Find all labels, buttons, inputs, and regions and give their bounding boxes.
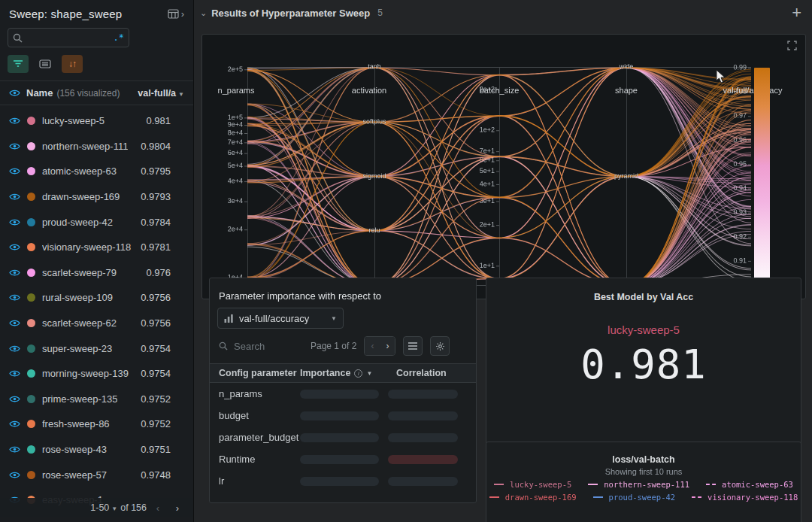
run-metric-value: 0.981 — [146, 115, 184, 126]
group-button[interactable] — [35, 55, 56, 73]
run-name[interactable]: rose-sweep-57 — [42, 469, 107, 481]
run-name[interactable]: rose-sweep-43 — [42, 444, 107, 455]
run-search-input[interactable] — [23, 32, 114, 43]
run-row[interactable]: drawn-sweep-169 0.9793 — [0, 184, 193, 210]
collapse-sidebar-icon[interactable]: › — [181, 8, 184, 20]
sort-desc-icon: ▼ — [366, 370, 372, 377]
run-name[interactable]: scarlet-sweep-62 — [42, 317, 117, 329]
add-panel-button[interactable]: + — [792, 7, 801, 19]
run-row[interactable]: rose-sweep-57 0.9748 — [0, 462, 193, 487]
run-row[interactable]: scarlet-sweep-62 0.9756 — [0, 311, 193, 336]
table-view-icon[interactable] — [168, 9, 180, 20]
run-name[interactable]: morning-sweep-139 — [42, 368, 129, 379]
importance-search-input[interactable] — [234, 341, 297, 352]
prev-page-button[interactable]: ‹ — [150, 502, 166, 514]
visibility-eye-icon[interactable] — [9, 369, 20, 378]
run-name[interactable]: atomic-sweep-63 — [42, 165, 117, 177]
next-page-button[interactable]: › — [380, 337, 395, 355]
visibility-eye-icon[interactable] — [9, 293, 20, 302]
run-row[interactable]: atomic-sweep-63 0.9795 — [0, 159, 193, 184]
run-row[interactable]: fresh-sweep-86 0.9752 — [0, 411, 193, 437]
visibility-eye-icon[interactable] — [9, 193, 20, 201]
name-column-header: Name — [26, 87, 53, 99]
run-name[interactable]: prime-sweep-135 — [42, 393, 117, 405]
run-row[interactable]: visionary-sweep-118 0.9781 — [0, 235, 193, 260]
fullscreen-icon[interactable] — [787, 41, 797, 50]
run-name[interactable]: scarlet-sweep-79 — [42, 267, 117, 278]
importance-search-box[interactable] — [219, 341, 308, 352]
visibility-eye-icon[interactable] — [9, 471, 20, 479]
legend-item[interactable]: lucky-sweep-5 — [494, 480, 571, 489]
run-row[interactable]: morning-sweep-139 0.9754 — [0, 361, 193, 387]
visibility-eye-icon[interactable] — [9, 142, 20, 150]
run-metric-value: 0.9751 — [141, 444, 184, 455]
run-row[interactable]: rural-sweep-109 0.9756 — [0, 285, 193, 311]
importance-row[interactable]: budget — [210, 405, 476, 426]
row-height-button[interactable] — [403, 336, 423, 356]
run-metric-value: 0.9784 — [141, 217, 184, 228]
run-name[interactable]: fresh-sweep-86 — [42, 418, 110, 429]
importance-row[interactable]: n_params — [210, 383, 476, 405]
run-name[interactable]: super-sweep-23 — [42, 343, 112, 354]
visibility-eye-icon[interactable] — [9, 89, 20, 97]
run-name[interactable]: rural-sweep-109 — [42, 292, 113, 303]
legend-item[interactable]: atomic-sweep-63 — [706, 480, 793, 489]
sort-button[interactable]: ↓↑ — [62, 55, 83, 73]
visibility-eye-icon[interactable] — [9, 344, 20, 353]
filter-funnel-icon — [13, 59, 23, 68]
visibility-eye-icon[interactable] — [9, 243, 20, 251]
run-row[interactable]: prime-sweep-135 0.9752 — [0, 387, 193, 412]
collapse-section-icon[interactable]: ⌄ — [200, 8, 207, 18]
metric-dropdown[interactable]: val-full/accuracy ▼ — [217, 308, 344, 329]
run-name[interactable]: drawn-sweep-169 — [42, 191, 120, 202]
parallel-coordinates-chart[interactable] — [202, 35, 806, 299]
run-row[interactable]: lucky-sweep-5 0.981 — [0, 108, 193, 134]
legend-run-name: visionary-sweep-118 — [707, 493, 798, 502]
visibility-eye-icon[interactable] — [9, 117, 20, 125]
run-name[interactable]: visionary-sweep-118 — [42, 241, 131, 253]
run-color-dot — [27, 142, 35, 150]
legend-item[interactable]: proud-sweep-42 — [593, 493, 676, 502]
importance-header[interactable]: Importance i ▼ — [300, 368, 387, 378]
visibility-eye-icon[interactable] — [9, 395, 20, 403]
legend-run-name: proud-sweep-42 — [609, 493, 676, 502]
section-header: ⌄ Results of Hyperparameter Sweep 5 + — [194, 0, 812, 19]
run-row[interactable]: rose-sweep-43 0.9751 — [0, 437, 193, 463]
visibility-eye-icon[interactable] — [9, 420, 20, 428]
axis-title-n_params: n_params — [218, 86, 255, 95]
filter-button[interactable] — [8, 55, 29, 73]
visibility-eye-icon[interactable] — [9, 218, 20, 226]
run-row[interactable]: northern-sweep-111 0.9804 — [0, 134, 193, 159]
run-row[interactable]: super-sweep-23 0.9754 — [0, 335, 193, 361]
run-color-dot — [27, 193, 35, 201]
settings-button[interactable] — [430, 336, 450, 356]
run-row[interactable]: scarlet-sweep-79 0.976 — [0, 260, 193, 286]
importance-row[interactable]: lr — [210, 470, 476, 492]
regex-toggle[interactable]: .* — [114, 32, 124, 43]
run-name[interactable]: lucky-sweep-5 — [42, 115, 105, 126]
prev-page-button[interactable]: ‹ — [365, 337, 380, 355]
best-model-run-name[interactable]: lucky-sweep-5 — [486, 323, 801, 336]
visibility-eye-icon[interactable] — [9, 167, 20, 175]
importance-bar — [300, 433, 379, 442]
run-search-box[interactable]: .* — [8, 28, 129, 47]
page-range[interactable]: 1-50▼ — [90, 502, 117, 513]
legend-item[interactable]: northern-sweep-111 — [588, 480, 689, 489]
visibility-eye-icon[interactable] — [9, 269, 20, 277]
visibility-eye-icon[interactable] — [9, 445, 20, 454]
run-name[interactable]: northern-sweep-111 — [42, 141, 128, 152]
page-indicator: Page 1 of 2 — [311, 341, 356, 351]
next-page-button[interactable]: › — [169, 502, 186, 514]
sweep-title: Sweep: shape_sweep — [9, 8, 122, 20]
legend-item[interactable]: drawn-sweep-169 — [489, 493, 577, 502]
run-metric-value: 0.9795 — [141, 165, 184, 177]
legend-item[interactable]: visionary-sweep-118 — [692, 493, 798, 502]
importance-row[interactable]: Runtime — [210, 448, 476, 470]
importance-row[interactable]: parameter_budget — [210, 426, 476, 448]
run-row[interactable]: proud-sweep-42 0.9784 — [0, 209, 193, 235]
run-name[interactable]: proud-sweep-42 — [42, 217, 113, 228]
run-metric-value: 0.976 — [146, 267, 184, 278]
visibility-eye-icon[interactable] — [9, 319, 20, 327]
correlation-bar — [388, 477, 458, 486]
metric-column-header[interactable]: val-full/a▼ — [138, 88, 184, 99]
